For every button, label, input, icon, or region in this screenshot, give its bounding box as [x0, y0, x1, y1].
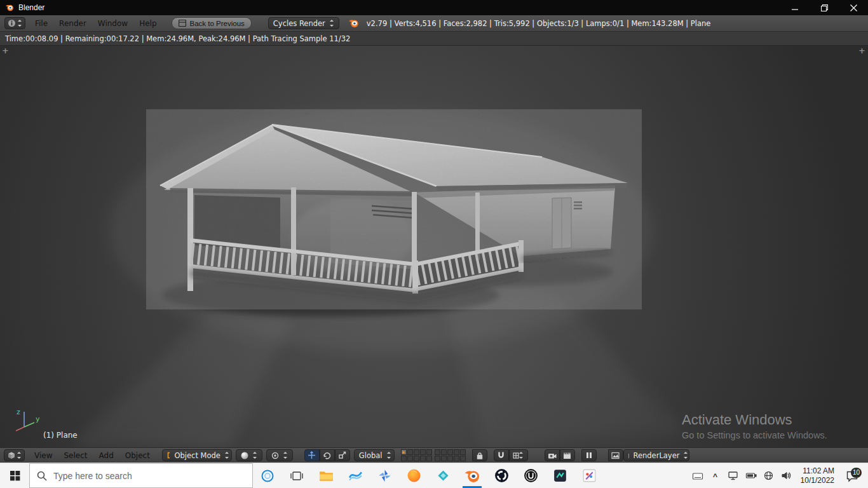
back-to-previous-button[interactable]: Back to Previous: [172, 17, 252, 29]
renderlayers-icon: [628, 452, 629, 459]
pivot-point-dropdown[interactable]: [266, 449, 293, 461]
taskbar-app-file-explorer[interactable]: [311, 463, 341, 488]
layer-toggle[interactable]: [435, 456, 440, 461]
taskbar-clock[interactable]: 11:02 AM 10/1/2022: [796, 466, 839, 485]
taskbar-app-paint[interactable]: [574, 463, 604, 488]
tray-expand-icon[interactable]: ^: [707, 464, 724, 488]
clock-date: 10/1/2022: [801, 476, 834, 485]
info-header: File Render Window Help Back to Previous…: [0, 15, 868, 32]
cortana-icon: [261, 469, 275, 483]
layer-toggle[interactable]: [426, 449, 432, 455]
search-input[interactable]: [53, 471, 252, 481]
taskbar-app-blue-wave[interactable]: [341, 463, 370, 488]
chevron-updown-icon: [330, 20, 334, 27]
layer-toggle[interactable]: [441, 456, 447, 461]
menu-view[interactable]: View: [29, 448, 58, 463]
menu-help[interactable]: Help: [133, 16, 162, 31]
layer-toggle[interactable]: [414, 456, 419, 461]
render-engine-dropdown[interactable]: Cycles Render: [268, 17, 339, 29]
unreal-icon: [523, 468, 539, 484]
dark-app-icon: [552, 468, 568, 484]
cortana-button[interactable]: [253, 463, 282, 488]
mode-dropdown[interactable]: Object Mode: [162, 449, 232, 461]
layer-toggle[interactable]: [401, 456, 407, 461]
battery-icon[interactable]: [743, 463, 759, 488]
pinwheel-icon: [377, 468, 393, 484]
layer-toggle[interactable]: [420, 456, 426, 461]
editor-type-button[interactable]: [4, 17, 25, 29]
blender-taskbar-icon: [464, 468, 480, 484]
taskbar-app-obs[interactable]: [487, 463, 516, 488]
taskbar-app-pinwheel[interactable]: [370, 463, 399, 488]
axis-y-label: y: [36, 415, 40, 423]
layers-widget: [401, 449, 432, 461]
lock-layers-button[interactable]: [472, 449, 487, 461]
blender-logo-icon: [348, 18, 359, 29]
taskbar-app-dark-square[interactable]: [545, 463, 574, 488]
layer-toggle[interactable]: [441, 449, 447, 455]
view3d-header: View Select Add Object Object Mode: [0, 447, 868, 463]
layer-toggle[interactable]: [414, 449, 419, 455]
render-progress-text: Time:00:08.09 | Remaining:00:17.22 | Mem…: [5, 34, 350, 43]
snap-toggle-button[interactable]: [494, 449, 509, 461]
start-button[interactable]: [0, 463, 29, 488]
taskbar-app-firefox[interactable]: [399, 463, 428, 488]
taskbar-search[interactable]: [29, 463, 253, 488]
area-split-handle[interactable]: +: [2, 47, 9, 55]
layer-toggle[interactable]: [460, 456, 466, 461]
chevron-updown-icon: [253, 452, 257, 459]
render-progress-bar: Time:00:08.09 | Remaining:00:17.22 | Mem…: [0, 32, 868, 46]
pause-render-button[interactable]: [581, 449, 597, 461]
chevron-updown-icon: [18, 20, 22, 27]
menu-window[interactable]: Window: [92, 16, 133, 31]
image-editor-button[interactable]: [608, 449, 623, 461]
volume-icon[interactable]: [778, 463, 795, 488]
menu-render[interactable]: Render: [53, 16, 92, 31]
viewport-shading-dropdown[interactable]: [236, 449, 262, 461]
layer-toggle[interactable]: [460, 449, 466, 455]
screen-layout-icon: [179, 20, 186, 27]
minimize-button[interactable]: [780, 0, 810, 15]
layer-toggle[interactable]: [420, 449, 426, 455]
area-split-handle[interactable]: +: [858, 47, 865, 55]
layer-toggle[interactable]: [407, 456, 413, 461]
rotate-manipulator-button[interactable]: [320, 449, 335, 461]
menu-object[interactable]: Object: [119, 448, 156, 463]
menu-add[interactable]: Add: [93, 448, 119, 463]
task-view-button[interactable]: [282, 463, 311, 488]
camera-icon: [548, 452, 557, 459]
opengl-render-button[interactable]: [545, 449, 560, 461]
layer-toggle[interactable]: [447, 449, 453, 455]
3d-viewport[interactable]: + + z y (1) Plane Activate Windows Go to…: [0, 46, 868, 447]
layer-toggle[interactable]: [454, 449, 459, 455]
translate-manipulator-button[interactable]: [304, 449, 320, 461]
layer-toggle[interactable]: [447, 456, 453, 461]
menu-select[interactable]: Select: [58, 448, 93, 463]
taskbar-app-unreal[interactable]: [516, 463, 545, 488]
layer-toggle[interactable]: [401, 449, 407, 455]
render-layer-dropdown[interactable]: RenderLayer: [623, 449, 689, 461]
touch-keyboard-icon[interactable]: [689, 463, 706, 488]
layer-toggle[interactable]: [454, 456, 459, 461]
snap-increment-icon: [513, 452, 519, 459]
layer-toggle[interactable]: [435, 449, 440, 455]
layer-toggle[interactable]: [407, 449, 413, 455]
network-globe-icon[interactable]: [761, 463, 777, 488]
windows-logo-icon: [10, 470, 20, 481]
3d-view-editor-icon: [7, 451, 15, 459]
close-button[interactable]: [839, 0, 868, 15]
layer-toggle[interactable]: [426, 456, 432, 461]
restore-button[interactable]: [810, 0, 839, 15]
snap-target-dropdown[interactable]: [509, 449, 528, 461]
taskbar-app-blender[interactable]: [458, 463, 487, 488]
opengl-render-animation-button[interactable]: [560, 449, 575, 461]
clock-time: 11:02 AM: [801, 466, 834, 476]
editor-type-button[interactable]: [4, 449, 25, 461]
watermark-title: Activate Windows: [682, 412, 827, 428]
transform-orientation-dropdown[interactable]: Global: [354, 449, 395, 461]
menu-file[interactable]: File: [29, 16, 53, 31]
scale-manipulator-button[interactable]: [335, 449, 350, 461]
taskbar-app-diamond[interactable]: [428, 463, 458, 488]
ethernet-icon[interactable]: [725, 463, 742, 488]
notification-center-button[interactable]: 10: [840, 463, 864, 488]
